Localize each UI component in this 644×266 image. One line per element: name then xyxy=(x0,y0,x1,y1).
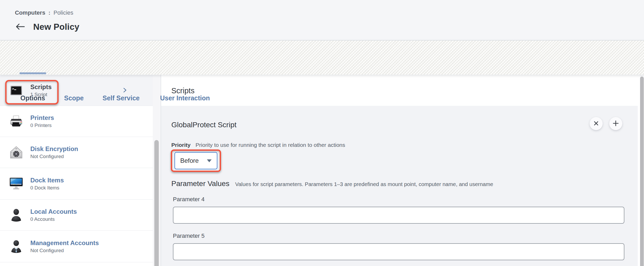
sidebar-item-subtitle: 0 Accounts xyxy=(30,216,77,222)
sidebar-item-local-accounts[interactable]: Local Accounts 0 Accounts xyxy=(0,200,153,231)
script-card: GlobalProtect Script Priority Priority t… xyxy=(161,106,638,266)
sidebar-item-title: Printers xyxy=(30,114,54,121)
breadcrumb: Computers : Policies xyxy=(15,9,73,16)
back-button[interactable] xyxy=(16,24,25,30)
breadcrumb-separator: : xyxy=(48,9,50,16)
remove-script-button[interactable] xyxy=(590,117,603,130)
parameter-4-input[interactable] xyxy=(173,207,624,224)
sidebar-item-title: Management Accounts xyxy=(30,239,99,246)
breadcrumb-policies[interactable]: Policies xyxy=(53,9,73,16)
sidebar-item-subtitle: Not Configured xyxy=(30,248,99,253)
parameter-values-description: Values for script parameters. Parameters… xyxy=(235,181,493,187)
chevron-right-icon xyxy=(122,87,128,93)
add-script-button[interactable] xyxy=(609,117,622,130)
disk-encryption-icon xyxy=(9,146,23,159)
management-accounts-icon xyxy=(9,240,23,253)
parameter-5-label: Parameter 5 xyxy=(173,233,205,239)
sidebar-item-subtitle: 0 Dock Items xyxy=(30,185,64,191)
app-header: Computers : Policies New Policy xyxy=(0,0,644,41)
svg-text:>: > xyxy=(12,87,14,91)
sidebar-item-subtitle: Not Configured xyxy=(30,154,78,159)
parameter-5-input[interactable] xyxy=(173,243,624,260)
priority-dropdown-value: Before xyxy=(180,157,199,164)
sidebar-item-disk-encryption[interactable]: Disk Encryption Not Configured xyxy=(0,137,153,168)
sidebar-scrollbar-track xyxy=(153,75,161,266)
tab-self-service[interactable]: Self Service xyxy=(103,94,140,102)
script-card-title: GlobalProtect Script xyxy=(171,121,236,129)
sidebar-item-subtitle: 0 Printers xyxy=(30,123,54,128)
sidebar-item-title: Dock Items xyxy=(30,177,64,184)
priority-label: Priority xyxy=(171,142,191,148)
dock-items-icon xyxy=(9,177,23,190)
page-scrollbar-thumb[interactable] xyxy=(640,77,644,266)
sidebar-item-printers[interactable]: Printers 0 Printers xyxy=(0,106,153,137)
caret-down-icon xyxy=(207,159,212,162)
new-policy-screen: Computers : Policies New Policy Options … xyxy=(0,0,644,266)
breadcrumb-computers[interactable]: Computers xyxy=(15,9,45,16)
parameter-4-label: Parameter 4 xyxy=(173,196,205,203)
section-title: Scripts xyxy=(171,86,195,95)
sidebar-item-dock-items[interactable]: Dock Items 0 Dock Items xyxy=(0,168,153,200)
sidebar-item-title: Local Accounts xyxy=(30,208,77,215)
sidebar-item-title: Disk Encryption xyxy=(30,145,78,152)
sidebar-scrollbar-thumb[interactable] xyxy=(154,140,159,266)
tab-bar: Options Scope Self Service User Interact… xyxy=(0,41,644,75)
printer-icon xyxy=(9,114,23,128)
local-accounts-icon xyxy=(9,208,23,222)
close-icon xyxy=(593,120,600,128)
priority-highlight-annotation: Before xyxy=(171,149,221,172)
back-arrow-icon xyxy=(16,23,25,31)
active-tab-underline xyxy=(20,72,46,74)
tab-options[interactable]: Options xyxy=(20,94,45,102)
parameter-values-heading: Parameter Values xyxy=(171,180,229,188)
sidebar-item-title: Scripts xyxy=(30,83,52,90)
sidebar-item-partial xyxy=(0,262,153,266)
sidebar-item-management-accounts[interactable]: Management Accounts Not Configured xyxy=(0,231,153,262)
plus-icon xyxy=(612,120,619,128)
page-scrollbar-track xyxy=(640,75,644,266)
tab-user-interaction[interactable]: User Interaction xyxy=(160,94,210,102)
tab-scope[interactable]: Scope xyxy=(64,94,84,102)
main-panel-header: Scripts xyxy=(161,75,638,106)
priority-dropdown[interactable]: Before xyxy=(174,152,217,169)
page-title: New Policy xyxy=(33,22,79,32)
priority-description: Priority to use for running the script i… xyxy=(196,142,345,148)
